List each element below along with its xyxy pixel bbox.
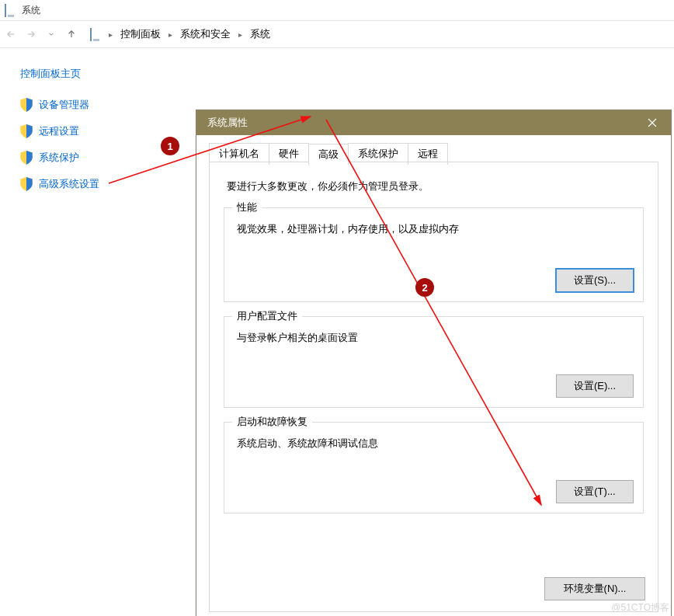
dialog-titlebar: 系统属性 bbox=[196, 110, 671, 135]
sidebar-link-system-protection[interactable]: 系统保护 bbox=[20, 151, 179, 165]
startup-recovery-group: 启动和故障恢复 系统启动、系统故障和调试信息 设置(T)... bbox=[224, 422, 644, 513]
performance-settings-button[interactable]: 设置(S)... bbox=[556, 269, 634, 292]
window-titlebar: 系统 bbox=[0, 0, 674, 20]
watermark-text: @51CTO博客 bbox=[611, 601, 669, 614]
group-desc: 与登录帐户相关的桌面设置 bbox=[237, 331, 631, 345]
breadcrumb-root-icon bbox=[90, 29, 102, 40]
nav-forward-icon bbox=[25, 28, 37, 40]
dialog-footer: 确定 取消 应用(A) bbox=[196, 612, 671, 616]
shield-icon bbox=[20, 98, 33, 112]
shield-icon bbox=[20, 177, 33, 191]
breadcrumb-bar: ▸ 控制面板 ▸ 系统和安全 ▸ 系统 bbox=[0, 20, 674, 48]
close-icon bbox=[648, 118, 657, 127]
user-profiles-group: 用户配置文件 与登录帐户相关的桌面设置 设置(E)... bbox=[224, 316, 644, 408]
nav-back-icon[interactable] bbox=[5, 28, 17, 40]
chevron-right-icon[interactable]: ▸ bbox=[237, 30, 244, 39]
shield-icon bbox=[20, 151, 33, 165]
environment-variables-button[interactable]: 环境变量(N)... bbox=[544, 577, 645, 600]
tab-advanced-panel: 要进行大多数更改，你必须作为管理员登录。 性能 视觉效果，处理器计划，内存使用，… bbox=[209, 162, 658, 612]
nav-up-icon[interactable] bbox=[65, 28, 78, 40]
system-properties-dialog: 系统属性 计算机名 硬件 高级 系统保护 远程 要进行大多数更改，你必须作为管理… bbox=[196, 110, 672, 616]
shield-icon bbox=[20, 124, 33, 138]
nav-recent-dropdown-icon[interactable] bbox=[45, 28, 57, 40]
breadcrumb-item[interactable]: 系统和安全 bbox=[177, 26, 234, 43]
dialog-body: 计算机名 硬件 高级 系统保护 远程 要进行大多数更改，你必须作为管理员登录。 … bbox=[196, 135, 671, 616]
breadcrumb[interactable]: ▸ 控制面板 ▸ 系统和安全 ▸ 系统 bbox=[85, 23, 669, 45]
breadcrumb-item[interactable]: 系统 bbox=[247, 26, 273, 43]
sidebar-link-label: 远程设置 bbox=[39, 124, 79, 138]
user-profiles-settings-button[interactable]: 设置(E)... bbox=[556, 374, 634, 398]
group-title: 用户配置文件 bbox=[232, 309, 302, 323]
dialog-title-text: 系统属性 bbox=[207, 116, 248, 130]
admin-intro-text: 要进行大多数更改，你必须作为管理员登录。 bbox=[227, 179, 644, 193]
system-icon bbox=[5, 5, 17, 16]
group-desc: 视觉效果，处理器计划，内存使用，以及虚拟内存 bbox=[237, 222, 631, 236]
chevron-right-icon[interactable]: ▸ bbox=[167, 30, 174, 39]
sidebar-link-remote-settings[interactable]: 远程设置 bbox=[20, 124, 179, 138]
group-title: 启动和故障恢复 bbox=[232, 415, 312, 429]
group-desc: 系统启动、系统故障和调试信息 bbox=[237, 437, 631, 451]
tab-advanced[interactable]: 高级 bbox=[308, 144, 349, 165]
group-title: 性能 bbox=[232, 200, 262, 214]
sidebar: 控制面板主页 设备管理器 远程设置 系统保护 高级系统设置 bbox=[0, 48, 186, 204]
sidebar-link-label: 设备管理器 bbox=[39, 98, 89, 112]
window-title: 系统 bbox=[22, 4, 40, 17]
dialog-close-button[interactable] bbox=[634, 110, 671, 135]
sidebar-link-label: 系统保护 bbox=[39, 151, 79, 165]
sidebar-link-label: 高级系统设置 bbox=[39, 177, 99, 191]
startup-recovery-settings-button[interactable]: 设置(T)... bbox=[556, 480, 634, 503]
breadcrumb-item[interactable]: 控制面板 bbox=[117, 26, 164, 43]
sidebar-link-advanced-system-settings[interactable]: 高级系统设置 bbox=[20, 177, 179, 191]
annotation-marker-1: 1 bbox=[161, 137, 179, 155]
chevron-right-icon[interactable]: ▸ bbox=[107, 30, 114, 39]
control-panel-home-link[interactable]: 控制面板主页 bbox=[20, 67, 179, 81]
sidebar-link-device-manager[interactable]: 设备管理器 bbox=[20, 98, 179, 112]
annotation-marker-2: 2 bbox=[415, 278, 434, 297]
